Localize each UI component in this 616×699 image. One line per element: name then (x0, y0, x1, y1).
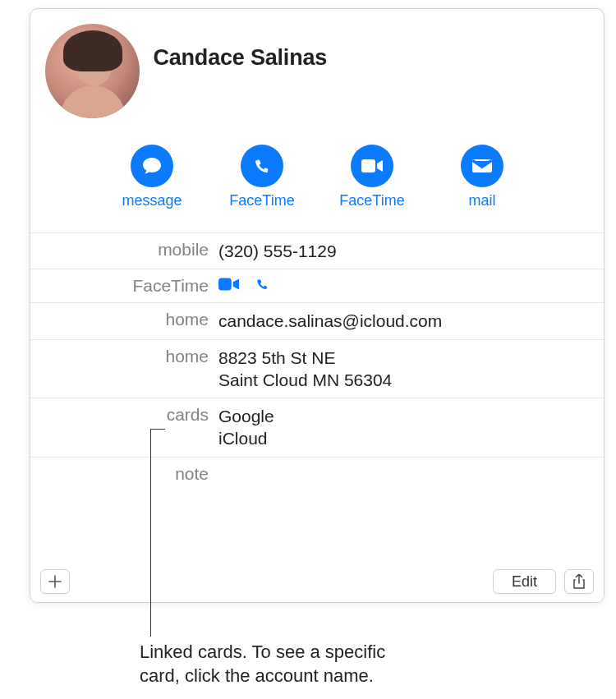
address-row[interactable]: home 8823 5th St NE Saint Cloud MN 56304 (30, 340, 604, 399)
facetime-row: FaceTime (30, 269, 604, 303)
address-line2: Saint Cloud MN 56304 (218, 369, 604, 391)
svg-rect-2 (218, 278, 232, 291)
callout-connector (150, 429, 151, 637)
mobile-row[interactable]: mobile (320) 555-1129 (30, 233, 604, 269)
edit-button[interactable]: Edit (493, 569, 556, 594)
mobile-value: (320) 555-1129 (215, 240, 604, 262)
card-footer: Edit (30, 561, 604, 602)
callout-line1: Linked cards. To see a specific (140, 642, 385, 662)
mail-icon (461, 145, 503, 187)
plus-icon (48, 575, 62, 588)
facetime-value (215, 276, 604, 296)
address-line1: 8823 5th St NE (218, 347, 604, 369)
facetime-video-label: FaceTime (339, 192, 404, 209)
note-row[interactable]: note (30, 458, 604, 490)
contact-header: Candace Salinas (30, 9, 604, 125)
facetime-label: FaceTime (30, 276, 215, 296)
share-button[interactable] (564, 569, 594, 594)
cards-row: cards Google iCloud (30, 398, 604, 458)
contact-name-wrap: Candace Salinas (153, 24, 327, 71)
mail-label: mail (468, 192, 495, 209)
phone-icon (241, 145, 283, 187)
mobile-label: mobile (30, 240, 215, 262)
add-button[interactable] (40, 569, 70, 594)
contact-card-window: Candace Salinas message FaceTime FaceTim… (30, 8, 605, 603)
facetime-audio-action[interactable]: FaceTime (225, 145, 299, 209)
cards-label: cards (30, 405, 215, 450)
email-value: candace.salinas@icloud.com (215, 310, 604, 332)
note-label: note (30, 464, 215, 484)
facetime-video-action[interactable]: FaceTime (335, 145, 409, 209)
mail-action[interactable]: mail (445, 145, 519, 209)
cards-value: Google iCloud (215, 405, 604, 450)
share-icon (572, 574, 586, 589)
email-label: home (30, 310, 215, 332)
contact-details: mobile (320) 555-1129 FaceTime home cand… (30, 232, 604, 490)
callout-text: Linked cards. To see a specific card, cl… (140, 641, 480, 688)
message-action[interactable]: message (115, 145, 189, 209)
contact-name: Candace Salinas (153, 45, 327, 71)
message-label: message (122, 192, 182, 209)
contact-actions-row: message FaceTime FaceTime mail (30, 145, 604, 209)
svg-rect-0 (361, 159, 375, 172)
address-value: 8823 5th St NE Saint Cloud MN 56304 (215, 347, 604, 392)
facetime-video-small-icon[interactable] (218, 276, 240, 292)
email-row[interactable]: home candace.salinas@icloud.com (30, 303, 604, 339)
linked-card-icloud[interactable]: iCloud (218, 427, 604, 449)
linked-card-google[interactable]: Google (218, 405, 604, 427)
video-icon (351, 145, 393, 187)
contact-avatar[interactable] (45, 24, 140, 118)
note-value (215, 464, 604, 484)
address-label: home (30, 347, 215, 392)
facetime-phone-small-icon[interactable] (251, 276, 273, 292)
callout-line2: card, click the account name. (140, 665, 374, 686)
facetime-audio-label: FaceTime (229, 192, 294, 209)
message-icon (131, 145, 173, 187)
